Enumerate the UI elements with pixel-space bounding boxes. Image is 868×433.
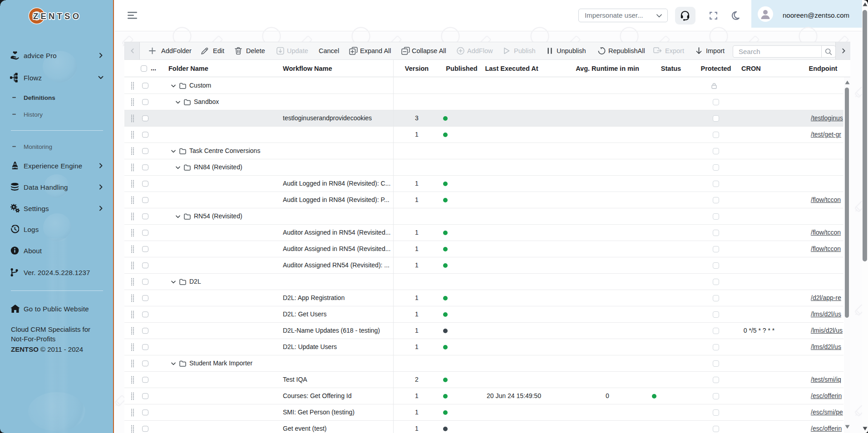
svg-text:ZENTSO: ZENTSO [33,11,81,21]
